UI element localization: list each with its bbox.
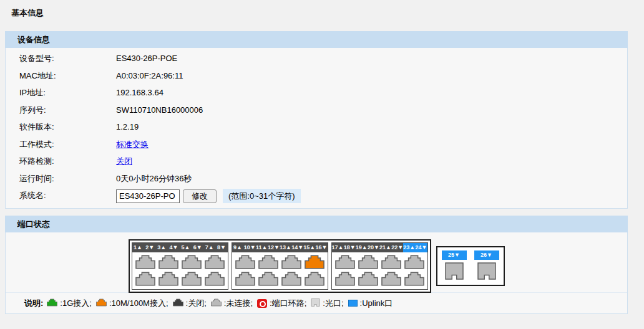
- port-12-icon: [258, 272, 278, 286]
- port-13-icon: [281, 255, 301, 269]
- port-number-label: 16▼: [315, 243, 327, 252]
- port-22-icon: [381, 272, 401, 286]
- port-19-icon: [358, 255, 378, 269]
- port-23-icon: [404, 255, 424, 269]
- row-uptime-label: 运行时间:: [19, 170, 116, 188]
- modify-button[interactable]: 修改: [183, 189, 217, 203]
- port-number-label: 9▲: [232, 243, 244, 252]
- port-8-icon: [205, 272, 225, 286]
- legend-red-icon: [257, 299, 267, 308]
- port-block-body: [232, 252, 328, 289]
- port-number-label: 12▼: [268, 243, 280, 252]
- page-title: 基本信息: [0, 0, 644, 31]
- panel-device-info: 设备信息 设备型号:ES430-26P-POE MAC地址:A0:03:0F:2…: [5, 31, 628, 209]
- port-14-icon: [281, 272, 301, 286]
- panel-port-status: 端口状态 1▲2▼3▲4▼5▲6▼7▲8▼9▲10▼11▲12▼13▲14▼15…: [5, 216, 628, 314]
- legend-item-text: :1G接入;: [60, 298, 92, 309]
- work-mode-link[interactable]: 标准交换: [116, 140, 149, 149]
- legend-item-text: :光口;: [323, 298, 343, 309]
- port-block-body: [332, 252, 427, 289]
- row-loop-detect-label: 环路检测:: [19, 153, 116, 170]
- port-legend: 说明: :1G接入;:10M/100M接入;:关闭;:未连接;:端口环路;:光口…: [6, 292, 627, 309]
- port-25-icon: [444, 262, 464, 282]
- port-block-1: 1▲2▼3▲4▼5▲6▼7▲8▼: [132, 242, 228, 290]
- port-block-3: 17▲18▼19▲20▼21▲22▼23▲24▼: [331, 242, 428, 290]
- port-3-icon: [159, 255, 178, 269]
- port-number-label: 15▲: [303, 243, 315, 252]
- port-number-label: 26▼: [474, 250, 499, 260]
- legend-item-text: :Uplink口: [360, 298, 393, 309]
- legend-green-icon: [47, 298, 57, 308]
- port-number-label: 8▼: [215, 243, 227, 252]
- row-ip-value: 192.168.3.64: [116, 88, 163, 97]
- legend-light-icon: [311, 298, 320, 308]
- row-system-name: 系统名:修改(范围:0~31个字符): [6, 187, 627, 204]
- device-info-body: 设备型号:ES430-26P-POE MAC地址:A0:03:0F:2A:96:…: [5, 48, 628, 209]
- row-ip: IP地址:192.168.3.64: [6, 84, 627, 102]
- port-20-icon: [358, 272, 378, 286]
- range-hint: (范围:0~31个字符): [223, 189, 301, 203]
- port-number-label: 4▼: [168, 243, 180, 252]
- legend-unlinked-icon: [211, 298, 222, 308]
- legend-item: :关闭;: [173, 298, 207, 309]
- legend-item-text: :关闭;: [186, 298, 207, 309]
- port-number-label: 1▲: [132, 243, 144, 252]
- port-10-icon: [235, 272, 255, 286]
- row-loop-detect: 环路检测:关闭: [6, 153, 627, 170]
- port-number-label: 18▼: [344, 243, 356, 252]
- legend-blue-icon: [348, 300, 358, 307]
- legend-item-text: :10M/100M接入;: [109, 298, 168, 309]
- sfp-port-25: 25▼: [442, 250, 467, 282]
- row-model-value: ES430-26P-POE: [116, 54, 177, 63]
- sfp-port-26: 26▼: [474, 250, 499, 282]
- system-name-label: 系统名:: [19, 187, 116, 204]
- row-work-mode: 工作模式:标准交换: [6, 136, 627, 153]
- port-number-label: 2▼: [144, 243, 156, 252]
- port-number-label: 5▲: [180, 243, 192, 252]
- row-work-mode-label: 工作模式:: [19, 136, 116, 153]
- system-name-input[interactable]: [116, 189, 180, 203]
- row-mac: MAC地址:A0:03:0F:2A:96:11: [6, 67, 627, 85]
- row-mac-value: A0:03:0F:2A:96:11: [116, 71, 183, 80]
- port-number-label: 23▲: [403, 243, 415, 252]
- port-21-icon: [381, 255, 401, 269]
- legend-item: :端口环路;: [257, 298, 306, 309]
- loop-detect-link[interactable]: 关闭: [116, 156, 132, 166]
- port-16-icon: [305, 272, 324, 286]
- port-number-label: 25▼: [442, 250, 467, 260]
- port-26-icon: [477, 262, 497, 282]
- row-serial-label: 序列号:: [19, 102, 116, 119]
- port-block-2: 9▲10▼11▲12▼13▲14▼15▲16▼: [232, 242, 328, 290]
- port-number-label: 10▼: [244, 243, 256, 252]
- row-uptime: 运行时间:0天0小时26分钟36秒: [6, 170, 627, 188]
- port-1-icon: [135, 255, 155, 269]
- port-number-label: 24▼: [415, 243, 427, 252]
- row-firmware-label: 软件版本:: [19, 118, 116, 136]
- row-model-label: 设备型号:: [19, 50, 116, 67]
- row-mac-label: MAC地址:: [19, 67, 116, 85]
- port-box-sfp: 25▼26▼: [436, 246, 505, 286]
- device-info-header: 设备信息: [5, 31, 628, 48]
- port-2-icon: [135, 272, 155, 286]
- legend-item: :1G接入;: [47, 298, 92, 309]
- port-17-icon: [335, 255, 355, 269]
- port-15-icon: [305, 255, 324, 269]
- row-firmware-value: 1.2.19: [116, 122, 139, 131]
- port-number-label: 7▲: [203, 243, 215, 252]
- row-model: 设备型号:ES430-26P-POE: [6, 50, 627, 67]
- row-ip-label: IP地址:: [19, 84, 116, 102]
- port-block-header: 17▲18▼19▲20▼21▲22▼23▲24▼: [332, 243, 427, 252]
- legend-item-text: :端口环路;: [270, 298, 306, 309]
- legend-item: :未连接;: [211, 298, 253, 309]
- port-number-label: 19▲: [356, 243, 368, 252]
- port-number-label: 20▼: [368, 243, 379, 252]
- row-uptime-value: 0天0小时26分钟36秒: [116, 174, 192, 183]
- port-block-header: 9▲10▼11▲12▼13▲14▼15▲16▼: [232, 243, 328, 252]
- port-status-body: 1▲2▼3▲4▼5▲6▼7▲8▼9▲10▼11▲12▼13▲14▼15▲16▼1…: [5, 232, 628, 314]
- port-block-body: [132, 252, 228, 289]
- port-number-label: 14▼: [291, 243, 303, 252]
- legend-item: :光口;: [311, 298, 343, 309]
- port-number-label: 6▼: [192, 243, 203, 252]
- port-number-label: 13▲: [280, 243, 291, 252]
- port-number-label: 3▲: [156, 243, 168, 252]
